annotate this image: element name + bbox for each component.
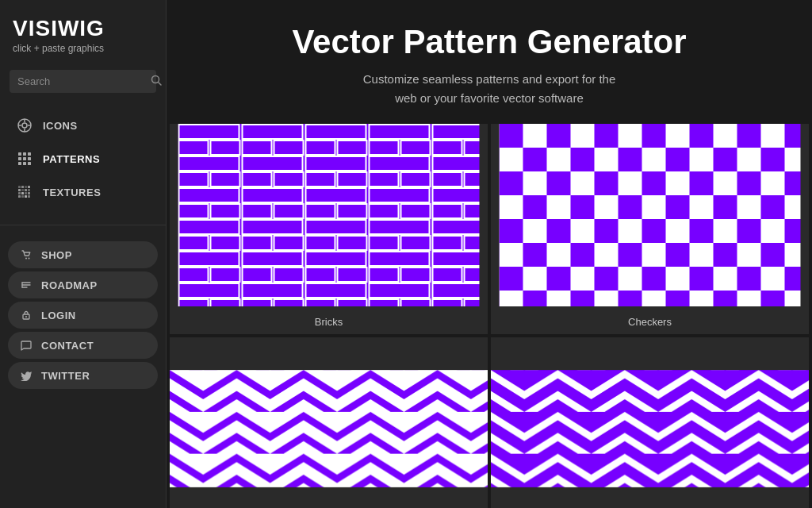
nav-section: ICONS PATTERNS (0, 106, 166, 221)
svg-point-40 (25, 316, 27, 318)
svg-rect-15 (23, 162, 26, 165)
svg-rect-19 (25, 186, 27, 188)
patterns-grid: Bricks Checkers (167, 124, 812, 508)
icons-icon (16, 117, 33, 134)
main-content: Vector Pattern Generator Customize seaml… (167, 0, 812, 508)
pattern-card-chevron-left[interactable] (170, 337, 488, 508)
pattern-card-bricks[interactable]: Bricks (170, 124, 488, 334)
svg-point-34 (29, 258, 30, 260)
checkers-pattern (491, 124, 809, 306)
svg-rect-12 (23, 157, 26, 160)
bottom-nav: SHOP ROADMAP LOGIN (0, 229, 166, 402)
search-container[interactable] (10, 70, 156, 93)
sidebar-item-textures[interactable]: TEXTURES (0, 175, 166, 209)
shop-icon (19, 248, 33, 262)
sidebar-item-contact-label: CONTACT (41, 340, 94, 352)
page-title: Vector Pattern Generator (182, 24, 796, 60)
svg-rect-17 (18, 186, 21, 188)
svg-point-3 (22, 123, 27, 128)
patterns-icon (16, 150, 33, 167)
svg-rect-16 (28, 162, 31, 165)
sidebar-item-patterns-label: PATTERNS (43, 153, 100, 165)
svg-rect-24 (28, 189, 30, 191)
login-icon (19, 308, 33, 322)
svg-rect-25 (18, 192, 21, 194)
sidebar-item-shop-label: SHOP (41, 249, 72, 261)
sidebar-item-twitter[interactable]: TWITTER (8, 362, 158, 389)
pattern-card-checkers[interactable]: Checkers (491, 124, 809, 334)
search-input[interactable] (17, 75, 151, 87)
svg-rect-22 (21, 189, 24, 191)
chevron-right-pattern (491, 337, 809, 508)
divider (0, 225, 166, 225)
svg-rect-45 (178, 124, 480, 306)
bricks-label: Bricks (170, 310, 488, 334)
svg-rect-13 (28, 157, 31, 160)
svg-line-1 (159, 83, 162, 86)
svg-rect-11 (18, 157, 21, 160)
svg-rect-28 (28, 192, 30, 194)
chevron-left-pattern (170, 337, 488, 508)
svg-rect-29 (18, 195, 21, 198)
main-header: Vector Pattern Generator Customize seaml… (167, 0, 812, 124)
sidebar-item-roadmap-label: ROADMAP (41, 279, 98, 291)
sidebar: VISIWIG click + paste graphics (0, 0, 167, 508)
svg-rect-9 (23, 152, 26, 156)
sidebar-item-icons-label: ICONS (43, 120, 78, 132)
bricks-pattern (170, 124, 488, 306)
roadmap-icon (19, 278, 33, 292)
contact-icon (19, 338, 33, 352)
search-icon[interactable] (151, 75, 162, 88)
svg-point-33 (25, 258, 27, 260)
sidebar-item-patterns[interactable]: PATTERNS (0, 142, 166, 175)
page-subtitle: Customize seamless patterns and export f… (182, 70, 796, 108)
svg-rect-31 (25, 195, 27, 198)
pattern-card-chevron-right[interactable] (491, 337, 809, 508)
logo-title: VISIWIG (13, 16, 153, 41)
svg-rect-49 (500, 124, 801, 306)
textures-icon (16, 183, 33, 201)
sidebar-item-twitter-label: TWITTER (41, 370, 90, 382)
svg-rect-14 (18, 162, 21, 165)
sidebar-item-roadmap[interactable]: ROADMAP (8, 271, 158, 298)
svg-rect-21 (18, 189, 21, 191)
svg-rect-18 (21, 186, 24, 188)
sidebar-item-textures-label: TEXTURES (43, 187, 101, 198)
svg-rect-8 (18, 152, 21, 156)
svg-rect-57 (491, 370, 809, 487)
twitter-icon (19, 368, 33, 383)
sidebar-item-contact[interactable]: CONTACT (8, 332, 158, 359)
sidebar-item-login-label: LOGIN (41, 310, 76, 321)
svg-rect-26 (21, 192, 24, 194)
sidebar-item-shop[interactable]: SHOP (8, 241, 158, 268)
sidebar-item-icons[interactable]: ICONS (0, 109, 166, 142)
svg-rect-10 (28, 152, 31, 156)
svg-rect-27 (25, 192, 27, 194)
logo-area: VISIWIG click + paste graphics (0, 0, 166, 62)
svg-rect-30 (21, 195, 24, 198)
logo-subtitle: click + paste graphics (13, 43, 153, 54)
svg-rect-32 (28, 195, 30, 198)
svg-rect-23 (25, 189, 27, 191)
svg-rect-20 (28, 186, 30, 188)
svg-rect-53 (170, 370, 488, 487)
sidebar-item-login[interactable]: LOGIN (8, 302, 158, 329)
checkers-label: Checkers (491, 310, 809, 334)
